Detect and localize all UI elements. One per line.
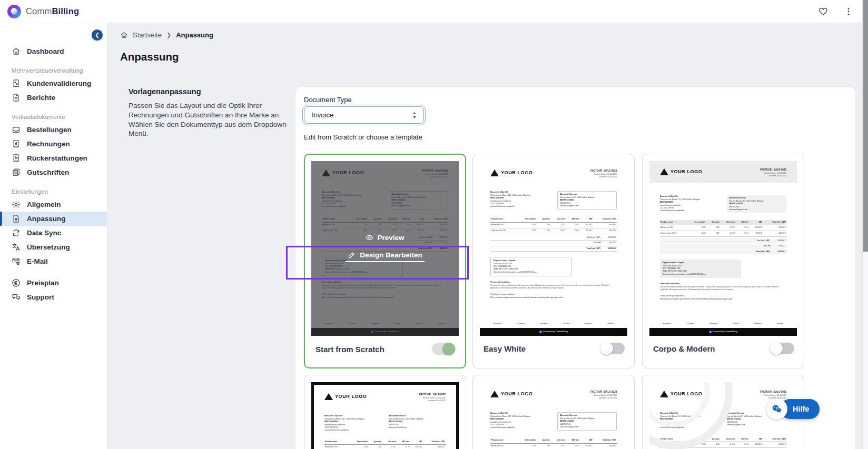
invoice-terms: Terms and conditions You have the right … [490, 281, 617, 289]
invoice-number: FACTUUR : SALE-0023 [760, 391, 786, 394]
invoice-row: Blonde bio 33cl1130 2402.10 € 21 %105.84… [660, 442, 786, 447]
app-root: CommBilling ❮ Dashboard Mehrwertsteuerve… [0, 0, 868, 449]
template-card[interactable]: YOUR LOGO FACTUUR : SALE-0023 Factuur Da… [304, 375, 466, 449]
help-button[interactable]: Hilfe [766, 398, 820, 420]
sidebar-item-rechnungen[interactable]: Rechnungen [0, 137, 107, 151]
intro-line1: Passen Sie das Layout und die Optik Ihre… [129, 101, 298, 120]
template-name: Corpo & Modern [653, 344, 715, 353]
translate-icon [12, 243, 21, 252]
chat-icon [12, 293, 21, 302]
template-card[interactable]: YOUR LOGO FACTUUR : SALE-0023 Factuur Da… [472, 154, 635, 368]
sidebar-item-kundenvalidierung[interactable]: Kundenvalidierung [0, 76, 107, 91]
invoice-number: FACTUUR : SALE-0023 [590, 169, 617, 173]
page-scrollbar[interactable] [862, 0, 868, 449]
brand-logo[interactable]: CommBilling [0, 5, 79, 18]
sidebar-nav: Dashboard Mehrwertsteuerverwaltung Kunde… [0, 23, 107, 304]
invoice-line-items: Product nameItem number QuantityUnit pri… [490, 438, 617, 449]
sidebar-item-label: Bestellungen [27, 126, 72, 134]
template-card-footer: Easy White [484, 343, 625, 354]
kebab-menu-icon[interactable] [843, 6, 854, 17]
sidebar-item-label: Dashboard [27, 47, 64, 55]
brand-name: CommBilling [26, 6, 79, 16]
sidebar-item-berichte[interactable]: Berichte [0, 91, 107, 105]
your-logo-icon [490, 169, 499, 176]
template-toggle[interactable] [771, 343, 794, 354]
template-thumbnail: YOUR LOGO FACTUUR : SALE-0023 Factuur Da… [649, 161, 797, 336]
breadcrumb-home[interactable]: Startseite [133, 31, 162, 39]
sync-icon [12, 228, 21, 237]
sidebar-item-data-sync[interactable]: Data Sync [0, 226, 107, 240]
template-card[interactable]: YOUR LOGO FACTUUR : SALE-0023 Factuur Da… [304, 154, 466, 368]
breadcrumb-separator: ❯ [166, 32, 171, 38]
invoice-preview: YOUR LOGO FACTUUR : SALE-0023 Factuur Da… [649, 161, 797, 336]
sidebar-item-label: Support [27, 293, 54, 301]
invoice-sender: Brasserie L'Épi d'Or Chaussée de Wavre 2… [490, 412, 550, 431]
sidebar-item-uebersetzung[interactable]: Übersetzung [0, 240, 107, 254]
sidebar-section-settings: Einstellungen [12, 188, 107, 195]
invoice-totals: Total (excl. VAT)1399.68 € Total VAT324.… [490, 235, 617, 252]
panel-subtitle: Edit from Scratch or choose a template [304, 133, 422, 141]
sidebar-item-allgemein[interactable]: Allgemein [0, 197, 107, 212]
template-name: Start from Scratch [315, 345, 384, 354]
invoice-line-items: Product nameItem number QuantityUnit pri… [490, 217, 617, 234]
sidebar-collapse-button[interactable]: ❮ [92, 29, 103, 41]
template-toggle[interactable] [601, 343, 625, 354]
invoice-terms: Terms and conditions You have the right … [660, 283, 786, 291]
preview-button[interactable]: Preview [366, 234, 404, 242]
document-type-label: Document Type [304, 96, 352, 104]
sidebar-item-dashboard[interactable]: Dashboard [0, 44, 107, 58]
invoice-logo-text: YOUR LOGO [335, 393, 367, 401]
document-type-select[interactable]: Invoice [304, 106, 424, 124]
commbilling-logo-icon [7, 5, 21, 18]
sidebar-item-label: Data Sync [27, 229, 61, 237]
sidebar-item-rueckerstattungen[interactable]: Rückerstattungen [0, 151, 107, 165]
edit-design-button[interactable]: Design Bearbeiten [346, 251, 425, 262]
template-customization-intro: Vorlagenanpassung Passen Sie das Layout … [129, 87, 298, 138]
sidebar-item-bestellungen[interactable]: Bestellungen [0, 123, 107, 137]
sidebar-item-support[interactable]: Support [0, 290, 107, 304]
template-card[interactable]: YOUR LOGO FACTUUR : SALE-0023 Factuur Da… [642, 154, 804, 368]
invoice-recipient: Alexandra Devreux Rue du Marché 42, 1060… [727, 195, 786, 213]
scrollbar-thumb[interactable] [863, 0, 868, 252]
invoice-euro-icon [12, 139, 21, 148]
sidebar-item-anpassung[interactable]: Anpassung [0, 212, 107, 226]
invoice-due-date: Due date: 30-06-2025 [590, 397, 617, 400]
invoice-social-links: FacebookX (Twitter) InstagramYoutube Pin… [660, 323, 786, 328]
euro-circle-icon [12, 278, 21, 287]
invoice-due-date: Due date: 30-06-2025 [419, 400, 446, 402]
sidebar-section-vat: Mehrwertsteuerverwaltung [12, 67, 107, 74]
invoice-preview: YOUR LOGO FACTUUR : SALE-0023 Factuur Da… [480, 161, 627, 336]
invoice-due-date: Due date: 30-06-2025 [760, 175, 786, 177]
your-logo-icon [660, 168, 668, 175]
gear-icon [12, 200, 21, 209]
invoice-row: Triple moutier 33cl1142 1602.25 € 21 %95… [490, 228, 617, 234]
invoice-payment-box: Payment status: Unpaid Due Date: 30-06-2… [490, 257, 571, 276]
invoice-row: Blonde bio 33cl1130 2402.10 € 21 %105.84… [324, 444, 446, 449]
sidebar-section-sales: Verkaufsdokumente [12, 114, 107, 120]
invoice-logo-text: YOUR LOGO [670, 391, 702, 398]
sidebar-item-preisplan[interactable]: Preisplan [0, 276, 107, 290]
sidebar-item-label: Allgemein [27, 201, 61, 208]
home-breadcrumb-icon[interactable] [120, 31, 128, 39]
sidebar-item-label: Anpassung [27, 215, 66, 223]
template-thumbnail: YOUR LOGO FACTUUR : SALE-0023 Factuur Da… [311, 161, 459, 336]
top-bar: CommBilling [0, 0, 868, 23]
template-name: Easy White [484, 344, 526, 353]
sidebar: ❮ Dashboard Mehrwertsteuerverwaltung Kun… [0, 23, 107, 449]
template-toggle[interactable] [432, 343, 456, 355]
invoice-social-links: FacebookX (Twitter) InstagramYoutube Pin… [490, 323, 617, 328]
template-card[interactable]: YOUR LOGO FACTUUR : SALE-0023 Factuur Da… [472, 375, 635, 449]
sidebar-item-gutschriften[interactable]: Gutschriften [0, 165, 107, 179]
invoice-line-items: Product nameItem number QuantityUnit pri… [660, 220, 786, 237]
home-icon [12, 47, 21, 56]
invoice-line-items: Product nameItem number QuantityUnit pri… [324, 440, 446, 449]
template-hover-overlay: Preview Design Bearbeiten [311, 161, 459, 336]
document-icon [12, 93, 21, 102]
favorite-heart-icon[interactable] [817, 6, 829, 17]
sidebar-item-label: E-Mail [27, 257, 48, 265]
invoice-logo-text: YOUR LOGO [670, 168, 702, 176]
template-panel: Document Type Invoice Edit from Scratch … [295, 87, 855, 449]
select-stepper-icon [412, 111, 417, 119]
sidebar-item-email[interactable]: E-Mail [0, 254, 107, 268]
your-logo-icon [324, 393, 333, 400]
